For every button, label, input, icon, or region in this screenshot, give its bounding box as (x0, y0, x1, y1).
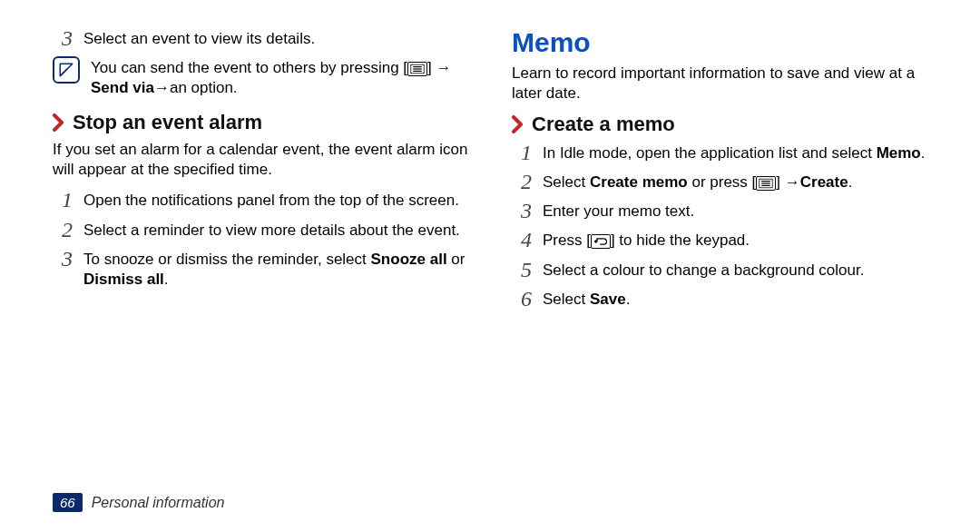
step-3-view-details: 3 Select an event to view its details. (53, 27, 468, 49)
step-number: 1 (53, 189, 73, 211)
step-number: 3 (53, 248, 73, 270)
subheading-create-memo: Create a memo (512, 113, 927, 136)
note-seg-3: an option. (170, 79, 238, 96)
note-seg-1: You can send the event to others by pres… (91, 59, 407, 76)
step-4-hide-keypad: 4 Press [] to hide the keypad. (512, 229, 927, 251)
seg: To snooze or dismiss the reminder, selec… (83, 251, 371, 268)
chevron-right-icon (53, 113, 65, 132)
step-number: 3 (53, 27, 73, 49)
section-title-memo: Memo (512, 27, 927, 58)
columns: 3 Select an event to view its details. Y… (53, 27, 927, 514)
step-text: Press [] to hide the keypad. (543, 229, 750, 251)
note-seg-2: ] (427, 59, 436, 76)
seg: or (447, 251, 466, 268)
step-text: Select a reminder to view more details a… (83, 219, 460, 241)
menu-key-icon (756, 176, 776, 191)
seg: . (848, 173, 853, 191)
seg: ] (776, 173, 784, 191)
page-number: 66 (53, 493, 83, 512)
chapter-title: Personal information (92, 495, 225, 511)
note-bold: Send via (91, 79, 154, 96)
step-6-save: 6 Select Save. (512, 288, 927, 310)
step-text: To snooze or dismiss the reminder, selec… (83, 248, 468, 290)
step-1-open-notifications: 1 Open the notifications panel from the … (53, 189, 468, 211)
step-text: Select Save. (543, 288, 630, 310)
step-number: 2 (512, 171, 532, 192)
note-send-via: You can send the event to others by pres… (53, 56, 468, 98)
seg: ] to hide the keypad. (611, 232, 750, 249)
subheading-label: Stop an event alarm (73, 111, 262, 134)
step-3-snooze-dismiss: 3 To snooze or dismiss the reminder, sel… (53, 248, 468, 290)
subheading-stop-alarm: Stop an event alarm (53, 111, 468, 134)
bold-snooze-all: Snooze all (371, 251, 447, 268)
step-text: In Idle mode, open the application list … (543, 142, 925, 163)
seg: . (626, 291, 631, 308)
seg: In Idle mode, open the application list … (543, 144, 877, 162)
step-number: 3 (512, 200, 532, 222)
step-1-open-memo: 1 In Idle mode, open the application lis… (512, 142, 927, 163)
svg-line-0 (60, 69, 67, 76)
step-number: 5 (512, 259, 532, 281)
bold-memo: Memo (877, 144, 921, 162)
menu-key-icon (407, 62, 427, 76)
intro-memo: Learn to record important information to… (512, 64, 927, 103)
seg: Press [ (543, 232, 591, 249)
seg: Select (543, 173, 590, 191)
step-3-enter-text: 3 Enter your memo text. (512, 200, 927, 222)
seg: or press [ (688, 173, 757, 191)
page: 3 Select an event to view its details. Y… (0, 0, 980, 532)
step-number: 4 (512, 229, 532, 251)
footer: 66 Personal information (53, 493, 224, 512)
bold-create: Create (800, 173, 848, 191)
note-icon (53, 56, 80, 84)
step-5-select-colour: 5 Select a colour to change a background… (512, 259, 927, 281)
bold-dismiss-all: Dismiss all (83, 271, 164, 288)
note-text: You can send the event to others by pres… (91, 56, 468, 98)
step-text: Enter your memo text. (543, 200, 694, 222)
seg: Select (543, 291, 590, 308)
step-number: 6 (512, 288, 532, 310)
back-key-icon (591, 234, 611, 249)
left-column: 3 Select an event to view its details. Y… (53, 27, 468, 514)
step-2-select-reminder: 2 Select a reminder to view more details… (53, 219, 468, 241)
seg: . (164, 271, 169, 288)
seg: . (921, 144, 926, 162)
step-number: 2 (53, 219, 73, 241)
arrow-icon: → (785, 172, 800, 192)
arrow-icon: → (436, 58, 452, 78)
step-number: 1 (512, 142, 532, 163)
right-column: Memo Learn to record important informati… (512, 27, 927, 514)
step-text: Select Create memo or press [] → Create. (543, 171, 852, 192)
arrow-icon: → (154, 78, 170, 98)
step-2-create-memo: 2 Select Create memo or press [] → Creat… (512, 171, 927, 192)
intro-stop-alarm: If you set an alarm for a calendar event… (53, 140, 468, 180)
step-text: Open the notifications panel from the to… (83, 189, 459, 211)
bold-save: Save (590, 291, 626, 308)
bold-create-memo: Create memo (590, 173, 688, 191)
subheading-label: Create a memo (532, 113, 675, 136)
chevron-right-icon (512, 115, 524, 133)
step-text: Select an event to view its details. (83, 27, 315, 49)
step-text: Select a colour to change a background c… (543, 259, 864, 281)
